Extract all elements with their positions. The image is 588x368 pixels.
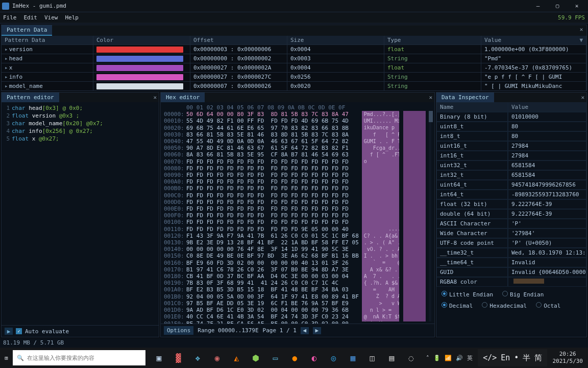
hex-scrollbar[interactable] (429, 111, 431, 321)
inspector-row[interactable]: uint8_t80 (436, 122, 586, 131)
tray-volume-icon[interactable]: 🔊 (456, 355, 463, 361)
ime-simp: 简 (534, 353, 542, 363)
col-color[interactable]: Color (93, 36, 190, 44)
tray-wifi-icon[interactable]: 📶 (445, 355, 452, 361)
pattern-data-row[interactable]: ▸info0x00000027 : 0x0000027C0x0256String… (2, 72, 586, 81)
ime-half: 半 (523, 353, 530, 363)
col-size[interactable]: Size (287, 36, 384, 44)
inspector-row[interactable]: uint64_t9457418479996267856 (436, 180, 586, 190)
run-button[interactable]: ▶ (5, 328, 13, 335)
auto-evaluate-label: Auto evaluate (25, 328, 69, 335)
taskbar-app-8[interactable]: ● (286, 350, 303, 366)
inspector-row[interactable]: int64_t-8989325593713283760 (436, 190, 586, 199)
inspector-row[interactable]: float (32 bit)9.222764E-39 (436, 199, 586, 209)
pattern-data-row[interactable]: ▸model_name0x00000007 : 0x000000260x0020… (2, 81, 586, 90)
radio-octal[interactable]: Octal (536, 302, 560, 309)
windows-taskbar: ⊞ 🔍 在这里输入你要搜索的内容 ▣ ▓ ❖ ◉ ◭ ⬢ ▭ ● ◐ ◎ ▦ ◫… (0, 348, 588, 368)
inspector-row[interactable]: Binary (8 bit)01010000 (436, 112, 586, 122)
radio-big-endian[interactable]: Big Endian (502, 291, 544, 298)
ime-bar[interactable]: </> En • 半 简 (478, 349, 547, 366)
taskbar-app-13[interactable]: ▤ (383, 350, 400, 366)
minimize-button[interactable]: — (529, 1, 547, 11)
pattern-editor-tab[interactable]: Pattern editor (2, 93, 59, 102)
inspector-row[interactable]: __time64_tInvalid (436, 258, 586, 267)
ascii-column[interactable]: Pmd...?..[.|..G UMI...... MikuM ikuDance… (362, 111, 399, 321)
pattern-data-tab[interactable]: Pattern Data (2, 25, 52, 36)
pattern-editor-panel: Pattern editor ✕ 1char head[0x3] @ 0x0;2… (1, 92, 159, 337)
inspector-row[interactable]: UTF-8 code point'P' (U+0050) (436, 238, 586, 248)
pattern-data-row[interactable]: ▸version0x00000003 : 0x000000060x0004flo… (2, 44, 586, 54)
scroll-thumb[interactable] (429, 111, 433, 122)
inspector-row[interactable]: Wide Character'27984' (436, 228, 586, 238)
col-value[interactable]: Value▼ (481, 36, 586, 44)
pattern-data-row[interactable]: ▸head0x00000000 : 0x000000020x0003String… (2, 54, 586, 63)
taskbar-app-6[interactable]: ⬢ (248, 350, 264, 366)
page-prev-button[interactable]: ◀ (301, 327, 309, 334)
taskbar-app-7[interactable]: ▭ (267, 350, 283, 366)
col-type[interactable]: Type (384, 36, 481, 44)
maximize-button[interactable]: ▢ (548, 1, 567, 11)
pattern-data-row[interactable]: ▸x0x00000027 : 0x0000002A0x0004float-7.0… (2, 63, 586, 72)
hex-grid[interactable]: 00000:50 6D 64 00 00 80 3F 83 8D 81 5B 8… (164, 111, 359, 324)
tray-battery-icon[interactable]: 🔋 (433, 355, 440, 361)
memory-usage: 81.19 MB / 5.71 GB (3, 339, 64, 346)
system-tray[interactable]: ˄ 🔋 📶 🔊 英 (423, 354, 476, 362)
menubar: File Edit View Help 59.9 FPS (0, 12, 588, 24)
taskbar-app-12[interactable]: ◫ (364, 350, 380, 366)
inspector-row[interactable]: ASCII Character'P' (436, 219, 586, 228)
inspector-row[interactable]: int8_t80 (436, 131, 586, 141)
auto-evaluate-checkbox[interactable]: ✓ (16, 328, 22, 334)
page-next-button[interactable]: ▶ (313, 327, 321, 334)
inspector-row[interactable]: __time32_tWed, 18.03.1970 12:13:04 (436, 248, 586, 258)
hex-editor-tab[interactable]: Hex editor (161, 93, 205, 102)
inspector-row[interactable]: GUIDInvalid {00646D50-0000-8 (436, 267, 586, 277)
pattern-data-close-icon[interactable]: ✕ (578, 26, 584, 33)
taskbar-app-4[interactable]: ◉ (209, 350, 225, 366)
hex-options-button[interactable]: Options (164, 326, 193, 335)
clock-time: 20:26 (552, 351, 583, 358)
pattern-data-panel: Pattern Data ✕ Pattern Data Color Offset… (1, 25, 587, 91)
taskbar-app-10[interactable]: ◎ (325, 350, 341, 366)
menu-help[interactable]: Help (65, 14, 79, 21)
col-pattern-data[interactable]: Pattern Data (2, 36, 93, 44)
statusbar: 81.19 MB / 5.71 GB (0, 338, 588, 348)
taskbar-search[interactable]: 🔍 在这里输入你要搜索的内容 (13, 350, 145, 365)
ime-dot: • (514, 353, 519, 362)
tray-up-icon[interactable]: ˄ (426, 355, 429, 361)
radio-hexadecimal[interactable]: Hexadecimal (482, 302, 527, 309)
data-inspector-close-icon[interactable]: ✕ (581, 94, 584, 101)
inspector-row[interactable]: RGBA8 color (436, 277, 586, 287)
menu-file[interactable]: File (3, 14, 17, 21)
inspector-header: Name Value (436, 102, 586, 112)
col-offset[interactable]: Offset (190, 36, 287, 44)
menu-edit[interactable]: Edit (24, 14, 38, 21)
taskbar-app-1[interactable]: ▣ (151, 350, 167, 366)
pattern-editor-close-icon[interactable]: ✕ (153, 94, 157, 101)
inspector-row[interactable]: int16_t27984 (436, 151, 586, 160)
inspector-row[interactable]: uint16_t27984 (436, 141, 586, 151)
code-editor[interactable]: 1char head[0x3] @ 0x0;2float version @0x… (2, 102, 159, 325)
taskbar-clock[interactable]: 20:26 2021/5/30 (549, 351, 586, 365)
taskbar-app-2[interactable]: ▓ (170, 350, 186, 366)
clock-date: 2021/5/30 (552, 358, 583, 365)
taskbar-app-14[interactable]: ◌ (403, 350, 419, 366)
start-button[interactable]: ⊞ (2, 350, 11, 366)
menu-view[interactable]: View (44, 14, 58, 21)
taskbar-app-3[interactable]: ❖ (189, 350, 206, 366)
minimap[interactable] (403, 111, 426, 321)
close-button[interactable]: ✕ (568, 1, 586, 11)
radio-little-endian[interactable]: Little Endian (442, 291, 493, 298)
inspector-row[interactable]: double (64 bit)9.222764E-39 (436, 209, 586, 219)
hex-editor-close-icon[interactable]: ✕ (429, 94, 432, 101)
data-inspector-tab[interactable]: Data Inspector (436, 93, 494, 102)
taskbar-app-9[interactable]: ◐ (306, 350, 322, 366)
hex-range: Range 00000..1379E (198, 327, 258, 334)
radio-decimal[interactable]: Decimal (442, 302, 473, 309)
inspector-row[interactable]: int32_t6581584 (436, 170, 586, 180)
ime-en: En (501, 353, 510, 362)
inspector-row[interactable]: uint32_t6581584 (436, 160, 586, 170)
taskbar-app-5[interactable]: ◭ (228, 350, 244, 366)
tray-ime-icon[interactable]: 英 (467, 354, 473, 362)
taskbar-app-11[interactable]: ▦ (345, 350, 361, 366)
hex-column-header: 00 01 02 03 04 05 06 07 08 09 0A 0B 0C 0… (186, 104, 359, 111)
